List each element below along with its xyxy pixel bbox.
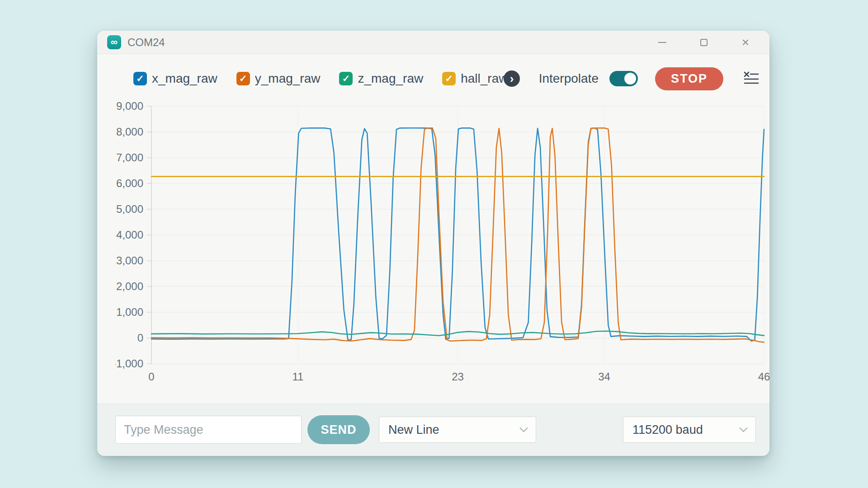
legend-item-y_mag_raw: ✓y_mag_raw: [236, 71, 321, 86]
y-tick-label: 6,000: [116, 177, 143, 189]
desktop-background: ∞ COM24 × ✓x_mag_raw✓y_mag_raw✓z_mag_raw…: [0, 0, 868, 488]
clear-plot-button[interactable]: [743, 71, 760, 86]
stop-button[interactable]: STOP: [655, 67, 723, 90]
serial-plotter-window: ∞ COM24 × ✓x_mag_raw✓y_mag_raw✓z_mag_raw…: [97, 31, 769, 456]
baud-rate-value: 115200 baud: [632, 423, 703, 437]
interpolate-toggle[interactable]: [609, 71, 638, 86]
interpolate-label: Interpolate: [539, 71, 599, 86]
message-input[interactable]: [115, 416, 302, 444]
y-tick-label: -1,000: [115, 357, 143, 370]
chevron-down-icon: [519, 424, 528, 432]
legend-label-y_mag_raw: y_mag_raw: [255, 71, 321, 86]
y-tick-label: 5,000: [116, 203, 143, 215]
message-bar: SEND New Line 115200 baud: [97, 404, 769, 456]
y-tick-label: 8,000: [116, 126, 143, 138]
clear-list-icon: [743, 71, 760, 86]
interpolate-group: Interpolate: [539, 71, 638, 86]
serial-plotter-chart: 9,0008,0007,0006,0005,0004,0003,0002,000…: [115, 102, 775, 400]
y-tick-label: 1,000: [116, 306, 143, 318]
y-tick-label: 2,000: [116, 280, 143, 292]
legend-item-hall_raw: ✓hall_raw›: [442, 70, 520, 87]
toggle-knob: [624, 73, 636, 84]
x-tick-label: 11: [292, 371, 304, 383]
legend-more-button[interactable]: ›: [504, 70, 520, 87]
maximize-icon: [700, 39, 708, 46]
checkbox-z_mag_raw[interactable]: ✓: [339, 72, 353, 85]
close-button[interactable]: ×: [738, 35, 753, 50]
checkbox-y_mag_raw[interactable]: ✓: [236, 72, 250, 85]
y-tick-label: 0: [137, 332, 143, 344]
maximize-button[interactable]: [696, 35, 712, 50]
y-tick-label: 7,000: [116, 151, 143, 164]
close-icon: ×: [742, 36, 749, 49]
x-tick-label: 34: [598, 371, 610, 383]
x-tick-label: 23: [452, 371, 464, 383]
send-button[interactable]: SEND: [307, 415, 370, 444]
legend-item-z_mag_raw: ✓z_mag_raw: [339, 71, 423, 86]
checkbox-x_mag_raw[interactable]: ✓: [133, 72, 147, 85]
window-title: COM24: [127, 36, 165, 49]
legend-label-hall_raw: hall_raw: [461, 71, 504, 86]
legend-series: ✓x_mag_raw✓y_mag_raw✓z_mag_raw✓hall_raw›: [133, 70, 520, 87]
baud-rate-select[interactable]: 115200 baud: [623, 417, 756, 443]
x-tick-label: 0: [148, 371, 154, 383]
chevron-down-icon: [739, 424, 747, 432]
legend-label-x_mag_raw: x_mag_raw: [152, 71, 217, 86]
legend-row: ✓x_mag_raw✓y_mag_raw✓z_mag_raw✓hall_raw›…: [97, 66, 769, 91]
y-tick-label: 4,000: [116, 229, 143, 241]
minimize-button[interactable]: [655, 35, 670, 50]
arduino-logo-icon: ∞: [107, 35, 121, 49]
legend-item-x_mag_raw: ✓x_mag_raw: [133, 71, 217, 86]
minimize-icon: [658, 42, 666, 43]
checkbox-hall_raw[interactable]: ✓: [442, 72, 456, 85]
x-tick-label: 46: [758, 371, 770, 383]
legend-label-z_mag_raw: z_mag_raw: [358, 71, 423, 86]
line-ending-select[interactable]: New Line: [379, 417, 536, 443]
titlebar: ∞ COM24 ×: [97, 31, 769, 54]
line-ending-value: New Line: [388, 423, 439, 437]
y-tick-label: 3,000: [116, 254, 143, 267]
window-controls: ×: [655, 35, 760, 50]
y-tick-label: 9,000: [116, 102, 143, 112]
